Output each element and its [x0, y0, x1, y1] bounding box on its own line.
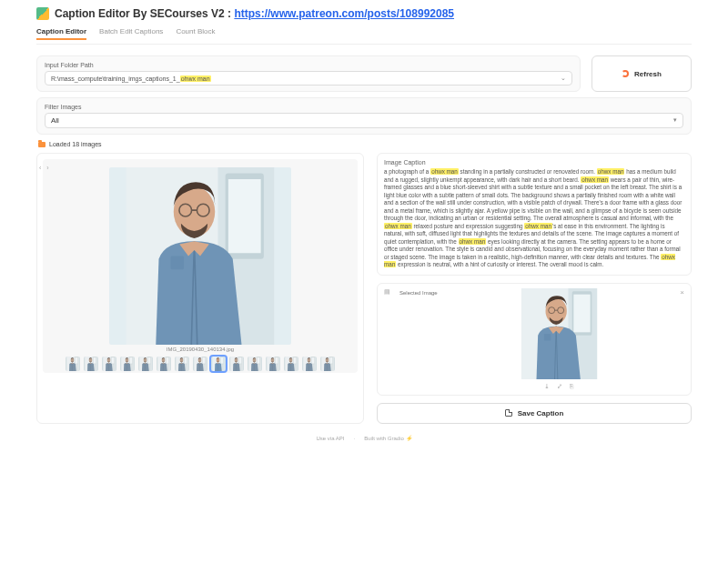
tab-batch-edit[interactable]: Batch Edit Captions	[99, 27, 163, 40]
thumbnail[interactable]	[284, 357, 298, 371]
thumbnail[interactable]	[138, 357, 153, 371]
thumbnail[interactable]	[120, 357, 135, 371]
expand-icon[interactable]: ▤	[384, 288, 390, 296]
thumbnail[interactable]	[66, 357, 80, 371]
fullscreen-icon[interactable]: ⤢	[557, 383, 562, 390]
input-folder-field[interactable]: R:\mass_compute\training_imgs_captions_1…	[45, 71, 572, 85]
chevron-down-icon: ▾	[673, 116, 677, 125]
caption-box: Image Caption a photograph of a ohwx man…	[377, 153, 692, 276]
thumbnail[interactable]	[175, 357, 189, 371]
chevron-down-icon: ⌄	[561, 75, 566, 82]
thumbnail[interactable]	[229, 357, 244, 371]
loaded-status: Loaded 18 images	[38, 141, 690, 147]
app-logo-icon	[36, 7, 49, 20]
page-title: Caption Editor By SECourses V2 : https:/…	[55, 7, 454, 20]
thumbnail[interactable]	[211, 357, 226, 371]
hero-filename: IMG_20190430_140134.jpg	[45, 347, 356, 352]
save-icon	[505, 409, 512, 417]
thumbnail-strip	[45, 357, 356, 371]
loaded-status-text: Loaded 18 images	[49, 141, 102, 147]
input-folder-group: Input Folder Path R:\mass_compute\traini…	[36, 55, 581, 92]
footer-api[interactable]: Use via API	[316, 436, 344, 441]
input-folder-text: R:\mass_compute\training_imgs_captions_1…	[51, 75, 180, 82]
thumbnail[interactable]	[193, 357, 207, 371]
caption-label: Image Caption	[384, 159, 684, 166]
folder-icon	[38, 142, 46, 147]
tab-count-block[interactable]: Count Block	[176, 27, 215, 40]
tab-bar: Caption Editor Batch Edit Captions Count…	[36, 25, 692, 45]
tab-caption-editor[interactable]: Caption Editor	[36, 27, 86, 40]
thumbnail[interactable]	[84, 357, 98, 371]
thumbnail[interactable]	[302, 357, 317, 371]
filter-select[interactable]: All ▾	[45, 113, 683, 128]
refresh-label: Refresh	[634, 70, 662, 78]
refresh-button[interactable]: Refresh	[592, 55, 692, 92]
filter-value: All	[51, 116, 59, 125]
download-icon[interactable]: ⤓	[544, 383, 550, 390]
save-caption-label: Save Caption	[518, 409, 564, 417]
gallery-next-icon[interactable]: ›	[46, 165, 48, 171]
refresh-icon	[622, 70, 629, 77]
thumbnail[interactable]	[102, 357, 116, 371]
thumbnail[interactable]	[266, 357, 280, 371]
footer-gradio[interactable]: Built with Gradio ⚡	[364, 436, 411, 441]
patreon-link[interactable]: https://www.patreon.com/posts/108992085	[234, 7, 454, 20]
close-icon[interactable]: ×	[680, 288, 684, 297]
hero-image[interactable]	[109, 167, 291, 345]
caption-text[interactable]: a photograph of a ohwx man standing in a…	[384, 168, 684, 269]
selected-image-panel: ▤ Selected Image ⤓ ⤢ ⎘ ×	[377, 283, 692, 396]
input-folder-highlight: ohwx man	[180, 75, 211, 82]
input-folder-label: Input Folder Path	[45, 62, 572, 68]
thumbnail[interactable]	[248, 357, 262, 371]
footer: Use via API·Built with Gradio ⚡	[36, 435, 692, 441]
save-caption-button[interactable]: Save Caption	[377, 403, 692, 424]
thumbnail[interactable]	[157, 357, 171, 371]
selected-image-label: Selected Image	[399, 290, 438, 296]
copy-icon[interactable]: ⎘	[570, 383, 573, 390]
thumbnail[interactable]	[320, 357, 335, 371]
selected-image[interactable]	[516, 288, 602, 379]
title-text: Caption Editor By SECourses V2 :	[55, 7, 234, 20]
image-gallery: ‹ › IMG_20190430_140134.jpg	[36, 153, 364, 424]
header-bar: Caption Editor By SECourses V2 : https:/…	[36, 7, 692, 20]
gallery-prev-icon[interactable]: ‹	[39, 165, 41, 171]
filter-group: Filter Images All ▾	[36, 97, 692, 135]
filter-label: Filter Images	[45, 104, 683, 110]
